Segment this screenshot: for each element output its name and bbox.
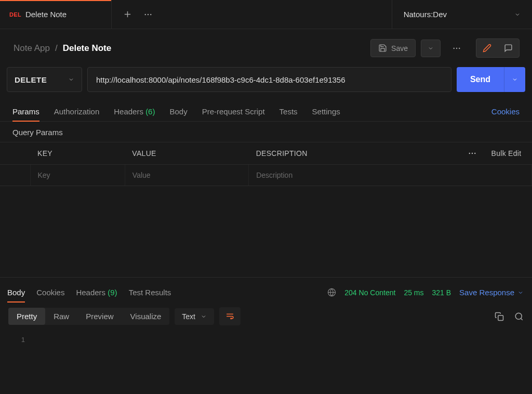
chevron-down-icon xyxy=(514,11,521,18)
save-dropdown[interactable] xyxy=(421,40,441,57)
response-action-icons xyxy=(495,312,524,321)
copy-icon xyxy=(495,312,504,321)
chevron-down-icon xyxy=(201,313,207,320)
svg-point-7 xyxy=(459,47,460,48)
chevron-down-icon xyxy=(512,76,518,83)
tab-headers[interactable]: Headers (6) xyxy=(114,102,155,121)
tab-settings[interactable]: Settings xyxy=(312,102,340,121)
view-visualize[interactable]: Visualize xyxy=(122,308,170,325)
svg-point-3 xyxy=(148,14,149,15)
response-body[interactable]: 1 xyxy=(0,331,532,349)
resp-tab-cookies[interactable]: Cookies xyxy=(36,283,64,302)
query-params-title: Query Params xyxy=(0,122,532,142)
headers-count: (6) xyxy=(145,107,155,116)
response-tabs: Body Cookies Headers (9) Test Results 20… xyxy=(0,277,532,302)
svg-point-8 xyxy=(469,153,470,154)
response-meta: 204 No Content 25 ms 321 B Save Response xyxy=(327,288,524,297)
tab-actions xyxy=(112,10,164,19)
resp-tab-testresults[interactable]: Test Results xyxy=(129,283,171,302)
cell-value[interactable]: Value xyxy=(125,165,248,186)
cell-key[interactable]: Key xyxy=(30,165,125,186)
wrap-icon xyxy=(225,312,234,321)
col-more-button[interactable] xyxy=(460,142,484,165)
svg-line-16 xyxy=(521,318,522,320)
chevron-down-icon xyxy=(428,45,434,51)
send-button[interactable]: Send xyxy=(457,67,504,92)
view-toggle-group xyxy=(476,38,520,58)
view-raw[interactable]: Raw xyxy=(45,308,77,325)
chevron-down-icon xyxy=(68,76,74,83)
breadcrumb-parent[interactable]: Note App xyxy=(14,43,50,54)
tab-bar: DEL Delete Note Natours:Dev xyxy=(0,0,532,29)
method-badge: DEL xyxy=(9,11,21,18)
resp-tab-body[interactable]: Body xyxy=(7,283,25,302)
more-actions-button[interactable] xyxy=(446,39,468,58)
response-size: 321 B xyxy=(432,288,451,297)
request-row: DELETE Send xyxy=(0,67,532,99)
save-label: Save xyxy=(391,44,408,52)
col-checkbox xyxy=(0,142,30,165)
col-key: KEY xyxy=(30,142,125,165)
response-time: 25 ms xyxy=(404,288,423,297)
cell-description[interactable]: Description xyxy=(249,165,532,186)
method-select[interactable]: DELETE xyxy=(7,67,82,92)
svg-point-15 xyxy=(515,313,522,319)
col-description: DESCRIPTION xyxy=(249,142,460,165)
svg-point-2 xyxy=(145,14,146,15)
comment-icon xyxy=(504,44,513,52)
send-group: Send xyxy=(457,67,525,92)
tab-tests[interactable]: Tests xyxy=(280,102,298,121)
svg-point-4 xyxy=(150,14,151,15)
save-button[interactable]: Save xyxy=(370,39,416,57)
save-icon xyxy=(378,44,387,52)
environment-selector[interactable]: Natours:Dev xyxy=(392,0,532,29)
comment-mode-button[interactable] xyxy=(498,39,519,57)
response-viewbar: Pretty Raw Preview Visualize Text xyxy=(0,302,532,331)
new-tab-button[interactable] xyxy=(123,10,132,19)
environment-name: Natours:Dev xyxy=(404,10,447,19)
search-icon xyxy=(514,312,524,321)
method-text: DELETE xyxy=(15,75,47,84)
breadcrumb-row: Note App / Delete Note Save xyxy=(0,29,532,67)
resp-headers-label: Headers xyxy=(76,288,105,297)
request-tab[interactable]: DEL Delete Note xyxy=(0,0,112,29)
tab-headers-label: Headers xyxy=(114,107,143,116)
wrap-lines-button[interactable] xyxy=(219,307,241,325)
row-checkbox[interactable] xyxy=(0,165,30,186)
view-pretty[interactable]: Pretty xyxy=(8,308,45,325)
tab-more-button[interactable] xyxy=(143,10,153,19)
view-mode-group: Pretty Raw Preview Visualize xyxy=(8,308,169,325)
svg-point-9 xyxy=(471,153,472,154)
view-preview[interactable]: Preview xyxy=(77,308,122,325)
request-tabs: Params Authorization Headers (6) Body Pr… xyxy=(0,99,532,122)
chevron-down-icon xyxy=(517,290,524,296)
edit-mode-button[interactable] xyxy=(476,39,498,57)
breadcrumb-separator: / xyxy=(55,43,58,54)
cookies-link[interactable]: Cookies xyxy=(491,107,520,116)
network-icon[interactable] xyxy=(327,288,336,297)
spacer xyxy=(0,186,532,277)
search-button[interactable] xyxy=(514,312,524,321)
bulk-edit-button[interactable]: Bulk Edit xyxy=(484,142,532,165)
resp-tab-headers[interactable]: Headers (9) xyxy=(76,283,117,302)
col-value: VALUE xyxy=(125,142,248,165)
tab-params[interactable]: Params xyxy=(12,102,39,121)
save-response-button[interactable]: Save Response xyxy=(459,288,524,297)
line-number: 1 xyxy=(9,336,25,344)
tab-prerequest[interactable]: Pre-request Script xyxy=(202,102,265,121)
url-input[interactable] xyxy=(87,67,451,92)
svg-point-10 xyxy=(474,153,475,154)
status-code: 204 No Content xyxy=(344,288,395,297)
table-row[interactable]: Key Value Description xyxy=(0,165,532,186)
format-select[interactable]: Text xyxy=(175,308,214,325)
copy-button[interactable] xyxy=(495,312,504,321)
save-response-label: Save Response xyxy=(459,288,514,297)
tab-authorization[interactable]: Authorization xyxy=(54,102,100,121)
tab-title: Delete Note xyxy=(25,10,66,19)
send-dropdown[interactable] xyxy=(504,67,525,92)
svg-rect-14 xyxy=(498,315,503,320)
tab-body[interactable]: Body xyxy=(169,102,187,121)
breadcrumb-current: Delete Note xyxy=(63,43,112,54)
svg-point-6 xyxy=(456,47,457,48)
resp-headers-count: (9) xyxy=(108,288,117,297)
